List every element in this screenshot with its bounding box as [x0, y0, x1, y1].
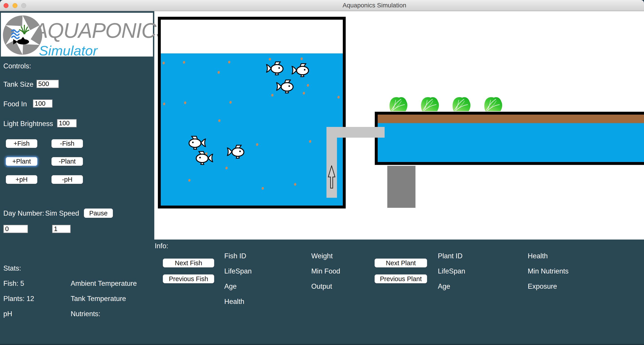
light-brightness-label: Light Brightness [3, 120, 53, 128]
food-particle [294, 183, 296, 186]
decrease-ph-button[interactable]: -pH [52, 175, 83, 184]
close-button-icon[interactable] [4, 3, 8, 8]
tank-size-label: Tank Size [3, 80, 33, 88]
fish-count-stat: Fish: 5 [3, 280, 24, 288]
plant-id-label: Plant ID [438, 252, 462, 260]
food-in-input[interactable] [33, 99, 52, 108]
lettuce-plant-icon [483, 96, 504, 112]
food-particle [271, 94, 274, 96]
plant-age-label: Age [438, 283, 450, 291]
previous-plant-button[interactable]: Previous Plant [374, 274, 427, 283]
food-particle [163, 103, 165, 105]
food-particle [162, 62, 165, 64]
food-particle [300, 57, 303, 60]
fish-icon [276, 79, 296, 93]
sim-speed-label: Sim Speed [45, 209, 79, 217]
food-in-label: Food In [3, 100, 27, 108]
increase-ph-button[interactable]: +pH [6, 175, 37, 184]
food-particle [338, 96, 340, 98]
fish-icon [187, 136, 206, 150]
food-particle [183, 61, 185, 64]
fish-age-label: Age [224, 283, 236, 291]
add-plant-button[interactable]: +Plant [6, 157, 37, 166]
controls-heading: Controls: [3, 62, 31, 70]
info-heading: Info: [155, 242, 168, 250]
tank-water [161, 53, 343, 206]
fish-health-label: Health [224, 298, 244, 306]
fish-output-label: Output [311, 283, 332, 291]
ambient-temperature-stat: Ambient Temperature [71, 280, 137, 288]
lettuce-plant-icon [388, 96, 409, 112]
titlebar: Aquaponics Simulation [0, 0, 644, 11]
fish-icon [227, 145, 246, 159]
logo-subtitle: Simulator [39, 43, 98, 58]
app-logo: AQUAPONICS Simulator [1, 13, 153, 56]
tank-temperature-stat: Tank Temperature [71, 295, 126, 303]
grow-bed-soil [378, 115, 644, 123]
sim-speed-input[interactable] [52, 225, 71, 233]
pump-block [387, 166, 416, 208]
pause-button[interactable]: Pause [84, 209, 113, 218]
ph-stat: pH [3, 310, 12, 318]
light-brightness-input[interactable] [57, 119, 77, 127]
food-particle [307, 84, 309, 87]
food-particle [256, 143, 258, 146]
previous-fish-button[interactable]: Previous Fish [163, 274, 214, 283]
fish-lifespan-label: LifeSpan [224, 267, 252, 275]
fish-icon [266, 61, 285, 75]
plant-health-label: Health [528, 252, 548, 260]
next-fish-button[interactable]: Next Fish [163, 259, 214, 268]
fish-weight-label: Weight [311, 252, 333, 260]
fish-icon [292, 63, 311, 77]
food-particle [309, 140, 311, 143]
logo-title: AQUAPONICS [34, 18, 170, 43]
add-fish-button[interactable]: +Fish [6, 139, 37, 148]
food-particle [226, 167, 228, 169]
app-window: Aquaponics Simulation [0, 0, 644, 345]
tank-size-input[interactable] [36, 80, 59, 88]
remove-plant-button[interactable]: -Plant [52, 157, 83, 166]
minimize-button-icon[interactable] [12, 3, 18, 8]
plant-min-nutrients-label: Min Nutrients [528, 267, 569, 275]
window-bottom-edge [0, 344, 644, 345]
food-particle [218, 119, 220, 122]
lettuce-plant-icon [451, 96, 472, 112]
remove-fish-button[interactable]: -Fish [52, 139, 83, 148]
flow-up-arrow-icon [328, 165, 336, 189]
plant-count-stat: Plants: 12 [3, 295, 34, 303]
fish-icon [194, 151, 213, 165]
food-particle [303, 92, 305, 94]
plant-exposure-label: Exposure [528, 283, 557, 291]
food-particle [269, 58, 271, 60]
next-plant-button[interactable]: Next Plant [374, 259, 427, 268]
food-particle [228, 61, 230, 63]
food-particle [262, 187, 264, 190]
fish-id-label: Fish ID [224, 252, 246, 260]
food-particle [230, 101, 232, 104]
window-title: Aquaponics Simulation [342, 0, 406, 11]
fish-min-food-label: Min Food [311, 267, 340, 275]
fish-tank [158, 17, 346, 209]
food-particle [218, 71, 220, 74]
food-particle [188, 179, 190, 182]
plant-lifespan-label: LifeSpan [438, 267, 465, 275]
zoom-button-icon[interactable] [21, 3, 26, 8]
lettuce-plant-icon [420, 96, 440, 112]
stats-heading: Stats: [3, 264, 21, 272]
day-number-input[interactable] [3, 225, 28, 233]
grow-bed [375, 112, 644, 165]
day-number-label: Day Number: [3, 209, 44, 217]
nutrients-stat: Nutrients: [71, 310, 100, 318]
food-particle [184, 101, 186, 104]
